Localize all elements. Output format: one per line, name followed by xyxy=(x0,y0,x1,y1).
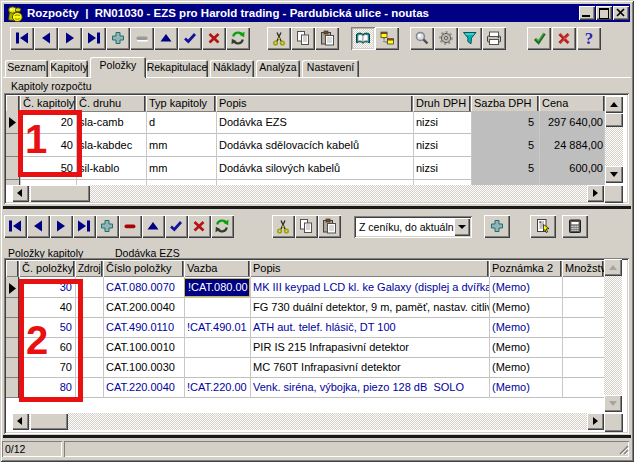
svg-text:?: ? xyxy=(585,30,594,46)
